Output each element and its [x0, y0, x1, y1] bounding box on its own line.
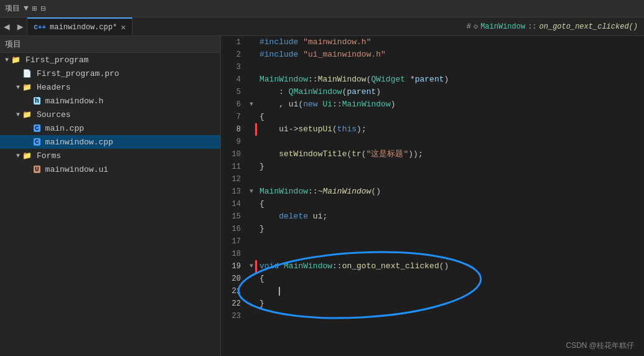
- tree-arrow: ▼: [14, 111, 22, 118]
- code-line-7: {: [259, 111, 642, 123]
- line-number-12: 12: [223, 173, 241, 185]
- tree-item-label: First_program: [26, 55, 88, 65]
- tab-close-button[interactable]: ✕: [121, 22, 126, 32]
- ui-file-icon: U: [34, 166, 40, 173]
- fold-arrow-6[interactable]: ▼: [246, 98, 257, 111]
- breadcrumb: # ◇ MainWindow :: on_goto_next_clicked(): [460, 22, 644, 31]
- tree-item-label: main.cpp: [45, 124, 84, 133]
- gutter-row-16: [246, 223, 257, 235]
- code-lines[interactable]: #include "mainwindow.h"#include "ui_main…: [257, 36, 644, 356]
- line-number-9: 9: [223, 136, 241, 148]
- code-line-22: }: [259, 297, 642, 310]
- tree-item-mainwindow_ui[interactable]: Umainwindow.ui: [0, 162, 220, 176]
- line-number-18: 18: [223, 248, 241, 260]
- pro-file-icon: 📄: [22, 69, 32, 78]
- tree-item-label: Forms: [37, 151, 61, 161]
- gutter-row-17: [246, 235, 257, 248]
- tree-item-label: mainwindow.ui: [45, 165, 108, 174]
- line-number-20: 20: [223, 273, 241, 285]
- link-icon[interactable]: ⊞: [32, 4, 37, 14]
- folder-icon: 📁: [22, 110, 32, 119]
- watermark: CSDN @桂花年糕仔: [566, 340, 634, 351]
- line-number-21: 21: [223, 285, 241, 297]
- main-content: 项目 ▼📁First_program📄First_program.pro▼📁He…: [0, 36, 644, 356]
- code-line-17: [259, 235, 642, 248]
- tree-arrow: ▼: [2, 57, 11, 63]
- gutter-row-2: [246, 49, 257, 61]
- filter-icon[interactable]: ▼: [24, 4, 29, 13]
- gutter-row-22: [246, 297, 257, 310]
- folder-icon: 📁: [22, 83, 32, 92]
- gutter-row-4: [246, 73, 257, 86]
- breadcrumb-class: MainWindow: [480, 22, 525, 31]
- code-line-18: [259, 248, 642, 260]
- line-number-8: 8: [223, 123, 241, 136]
- gutter-row-23: [246, 310, 257, 322]
- line-number-11: 11: [223, 161, 241, 173]
- line-number-13: 13: [223, 185, 241, 198]
- line-number-3: 3: [223, 61, 241, 73]
- code-line-5: : QMainWindow(parent): [259, 86, 642, 98]
- tree-item-mainwindow_cpp[interactable]: Cmainwindow.cpp: [0, 135, 220, 149]
- expand-icon[interactable]: ⊟: [41, 4, 46, 14]
- tree-arrow: ▼: [14, 152, 22, 159]
- cpp-file-icon: C: [34, 124, 40, 132]
- gutter-row-3: [246, 61, 257, 73]
- tree-item-forms[interactable]: ▼📁Forms: [0, 149, 220, 162]
- line-number-10: 10: [223, 148, 241, 161]
- code-line-3: [259, 61, 642, 73]
- fold-arrow-13[interactable]: ▼: [246, 185, 257, 198]
- code-line-19: void MainWindow::on_goto_next_clicked(): [259, 260, 642, 273]
- line-number-19: 19: [223, 260, 241, 273]
- project-icon: 📁: [11, 55, 21, 65]
- tree-item-first_program_pro[interactable]: 📄First_program.pro: [0, 67, 220, 80]
- tab-forward-button[interactable]: ▶: [14, 17, 27, 35]
- gutter-row-13: ▼: [246, 185, 257, 198]
- gutter: ▼▼▼: [246, 36, 257, 356]
- line-number-2: 2: [223, 49, 241, 61]
- tab-mainwindow-cpp[interactable]: C++ mainwindow.cpp* ✕: [27, 17, 133, 35]
- breadcrumb-sep: ::: [528, 22, 536, 31]
- breadcrumb-method: on_goto_next_clicked(): [539, 22, 638, 31]
- tree-item-label: Headers: [37, 83, 71, 92]
- project-sidebar: 项目 ▼📁First_program📄First_program.pro▼📁He…: [0, 36, 221, 356]
- project-tree: ▼📁First_program📄First_program.pro▼📁Heade…: [0, 53, 220, 176]
- top-bar: 项目 ▼ ⊞ ⊟: [0, 0, 644, 17]
- code-area: 1234567891011121314151617181920212223 ▼▼…: [221, 36, 644, 356]
- gutter-row-6: ▼: [246, 98, 257, 111]
- tab-label: mainwindow.cpp*: [50, 23, 117, 32]
- line-number-1: 1: [223, 36, 241, 49]
- tree-item-mainwindow_h[interactable]: hmainwindow.h: [0, 94, 220, 108]
- breadcrumb-separator1: ◇: [474, 22, 478, 31]
- code-line-6: , ui(new Ui::MainWindow): [259, 98, 642, 111]
- tree-arrow: ▼: [14, 84, 22, 91]
- code-line-11: }: [259, 161, 642, 173]
- code-editor[interactable]: 1234567891011121314151617181920212223 ▼▼…: [221, 36, 644, 356]
- red-bar-19: [255, 260, 257, 273]
- tab-back-button[interactable]: ◀: [0, 17, 14, 35]
- code-line-23: [259, 310, 642, 322]
- code-line-4: MainWindow::MainWindow(QWidget *parent): [259, 73, 642, 86]
- red-bar-8: [255, 123, 257, 136]
- h-file-icon: h: [34, 97, 40, 105]
- code-line-20: {: [259, 273, 642, 285]
- tree-item-main_cpp[interactable]: Cmain.cpp: [0, 121, 220, 135]
- tree-item-first_program[interactable]: ▼📁First_program: [0, 53, 220, 67]
- gutter-row-11: [246, 161, 257, 173]
- code-line-21: [259, 285, 642, 297]
- gutter-row-18: [246, 248, 257, 260]
- gutter-row-14: [246, 198, 257, 210]
- gutter-row-21: [246, 285, 257, 297]
- gutter-row-20: [246, 273, 257, 285]
- tree-item-label: Sources: [37, 110, 71, 119]
- line-number-14: 14: [223, 198, 241, 210]
- code-line-16: }: [259, 223, 642, 235]
- tree-item-sources[interactable]: ▼📁Sources: [0, 108, 220, 121]
- code-line-15: delete ui;: [259, 210, 642, 223]
- tree-item-headers[interactable]: ▼📁Headers: [0, 80, 220, 94]
- gutter-row-15: [246, 210, 257, 223]
- line-number-16: 16: [223, 223, 241, 235]
- line-numbers: 1234567891011121314151617181920212223: [221, 36, 246, 356]
- code-line-9: [259, 136, 642, 148]
- line-number-6: 6: [223, 98, 241, 111]
